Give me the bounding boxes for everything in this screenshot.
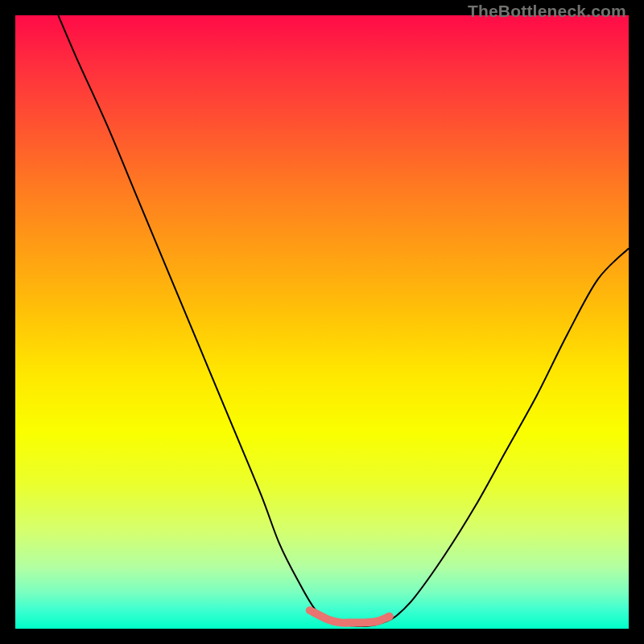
bottleneck-curve — [58, 15, 629, 626]
chart-container: TheBottleneck.com — [0, 0, 644, 644]
watermark-text: TheBottleneck.com — [468, 2, 626, 21]
chart-svg — [15, 15, 629, 629]
optimal-range-marker — [310, 610, 390, 623]
plot-area — [15, 15, 629, 629]
